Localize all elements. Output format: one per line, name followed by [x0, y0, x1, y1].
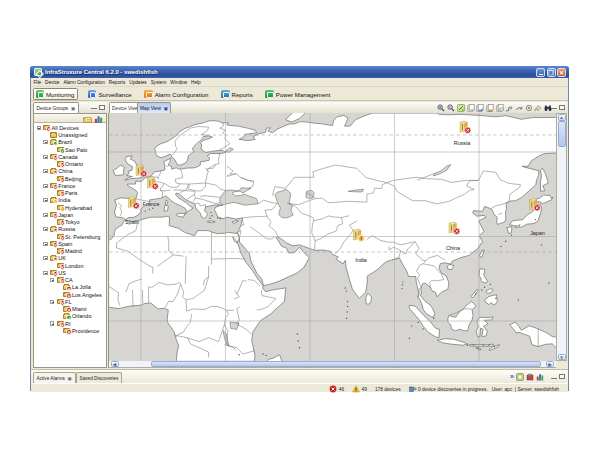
svg-text:France: France [143, 200, 160, 206]
svg-text:Spain: Spain [125, 219, 139, 225]
svg-text:Japan: Japan [530, 229, 545, 235]
svg-text:Russia: Russia [454, 140, 470, 146]
svg-text:India: India [355, 257, 367, 263]
svg-text:China: China [446, 244, 460, 250]
